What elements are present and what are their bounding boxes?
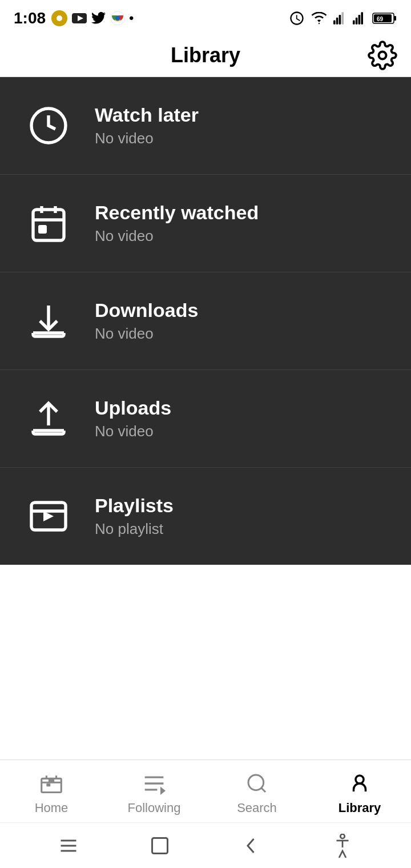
nav-search[interactable]: Search <box>206 770 308 815</box>
svg-rect-10 <box>353 21 355 25</box>
svg-rect-9 <box>341 12 344 25</box>
playlists-subtitle: No playlist <box>95 520 174 538</box>
wifi-icon <box>311 12 328 25</box>
signal2-icon <box>353 12 366 25</box>
android-menu-button[interactable] <box>51 829 86 863</box>
svg-text:69: 69 <box>377 16 384 22</box>
page-title: Library <box>171 43 240 67</box>
app-bar: Library <box>0 34 411 77</box>
nav-search-label: Search <box>237 801 277 815</box>
library-icon <box>346 770 373 797</box>
watch-later-subtitle: No video <box>95 130 199 147</box>
watch-later-title: Watch later <box>95 104 199 126</box>
svg-rect-11 <box>356 18 358 25</box>
android-home-button[interactable] <box>143 829 177 863</box>
svg-point-0 <box>57 15 62 21</box>
svg-rect-12 <box>358 15 361 25</box>
upload-icon <box>23 393 74 444</box>
status-right: 69 <box>289 10 397 26</box>
svg-point-40 <box>356 775 364 783</box>
svg-rect-15 <box>394 16 396 21</box>
status-icons: • <box>51 10 134 26</box>
android-accessibility-button[interactable] <box>325 829 360 863</box>
uploads-subtitle: No video <box>95 423 171 440</box>
youtube-icon <box>72 13 87 23</box>
signal1-icon <box>333 12 347 25</box>
library-content: Watch later No video Recently watched No… <box>0 77 411 565</box>
following-icon <box>140 770 168 797</box>
playlists-item[interactable]: Playlists No playlist <box>0 468 411 565</box>
battery-icon: 69 <box>372 11 397 25</box>
svg-rect-24 <box>38 225 47 234</box>
nav-library-label: Library <box>339 801 381 815</box>
svg-rect-13 <box>361 12 363 25</box>
svg-line-39 <box>261 787 265 791</box>
svg-marker-37 <box>160 786 166 795</box>
svg-point-45 <box>340 834 345 838</box>
svg-rect-20 <box>33 210 64 240</box>
recently-watched-subtitle: No video <box>95 227 259 245</box>
settings-button[interactable] <box>368 41 397 70</box>
nav-library[interactable]: Library <box>308 770 411 815</box>
nav-following[interactable]: Following <box>103 770 206 815</box>
twitter-icon <box>91 12 106 25</box>
android-nav-bar <box>0 822 411 868</box>
status-left: 1:08 <box>14 9 134 27</box>
home-icon <box>38 770 65 797</box>
bottom-nav: Home Following Search <box>0 760 411 822</box>
alarm-icon <box>289 10 305 26</box>
nav-home-label: Home <box>35 801 68 815</box>
recently-watched-item[interactable]: Recently watched No video <box>0 175 411 272</box>
download-icon <box>23 295 74 347</box>
downloads-item[interactable]: Downloads No video <box>0 272 411 370</box>
svg-rect-29 <box>46 783 50 786</box>
status-bar: 1:08 <box>0 0 411 34</box>
playlist-icon <box>23 491 74 542</box>
clock-icon <box>23 100 74 151</box>
svg-rect-7 <box>336 18 339 25</box>
svg-marker-33 <box>49 778 54 782</box>
svg-point-38 <box>248 775 264 790</box>
svg-rect-6 <box>333 21 336 25</box>
android-back-button[interactable] <box>234 829 268 863</box>
uploads-title: Uploads <box>95 397 171 419</box>
svg-rect-8 <box>339 15 341 25</box>
nav-following-label: Following <box>128 801 181 815</box>
calendar-icon <box>23 198 74 249</box>
downloads-title: Downloads <box>95 299 198 322</box>
dot-indicator: • <box>129 10 134 26</box>
uploads-item[interactable]: Uploads No video <box>0 370 411 468</box>
search-icon <box>243 770 271 797</box>
svg-point-5 <box>115 16 120 21</box>
svg-marker-26 <box>43 511 54 521</box>
status-time: 1:08 <box>14 9 46 27</box>
watch-later-item[interactable]: Watch later No video <box>0 77 411 175</box>
svg-point-18 <box>379 52 386 59</box>
svg-rect-44 <box>152 838 168 853</box>
notification-icon <box>51 10 67 26</box>
chrome-icon <box>111 11 124 25</box>
downloads-subtitle: No video <box>95 325 198 343</box>
recently-watched-title: Recently watched <box>95 202 259 224</box>
playlists-title: Playlists <box>95 495 174 517</box>
nav-home[interactable]: Home <box>0 770 103 815</box>
